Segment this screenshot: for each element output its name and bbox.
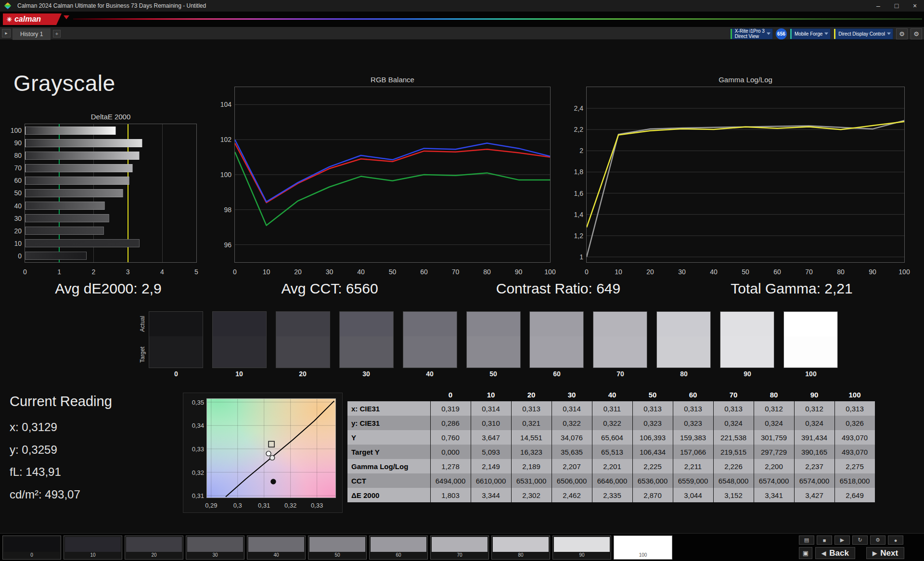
deltae-bar xyxy=(25,189,123,197)
pattern-level-label: 100 xyxy=(615,552,671,558)
pattern-window-button[interactable]: ▣ xyxy=(799,547,812,559)
table-cell: 65,513 xyxy=(592,445,632,459)
tab-history-1[interactable]: History 1 xyxy=(13,28,51,40)
target-patch xyxy=(657,336,710,368)
pattern-level-label: 60 xyxy=(371,552,426,558)
table-row: Gamma Log/Log1,2782,1492,1892,2072,2012,… xyxy=(347,459,875,473)
add-tab-icon[interactable]: + xyxy=(53,30,61,38)
main-menu-dropdown-icon[interactable] xyxy=(64,15,69,19)
reading-x: x: 0,3129 xyxy=(10,421,57,434)
avg-de2000-stat: Avg dE2000: 2,9 xyxy=(19,280,197,297)
target-patch xyxy=(784,336,837,368)
pattern-level-button[interactable]: 10 xyxy=(64,536,122,560)
avg-cct-stat: Avg CCT: 6560 xyxy=(236,280,424,297)
pattern-level-button[interactable]: 50 xyxy=(308,536,367,560)
gray-level-label: 10 xyxy=(235,370,243,378)
row-label: x: CIE31 xyxy=(347,401,430,416)
deltae-bar xyxy=(25,214,109,222)
next-button[interactable]: ▶ Next xyxy=(866,547,904,559)
pattern-level-label: 80 xyxy=(493,552,549,558)
close-icon[interactable]: × xyxy=(906,0,924,12)
reading-cdm2: cd/m²: 493,07 xyxy=(10,488,80,501)
axis-tick-label: 90 xyxy=(0,139,22,147)
actual-patch xyxy=(530,312,583,336)
brand-bar: ✳ calman xyxy=(0,12,924,27)
table-cell: 390,165 xyxy=(794,445,834,459)
pattern-level-button[interactable]: 80 xyxy=(491,536,550,560)
footer-control-button[interactable]: ↻ xyxy=(852,536,868,545)
calman-app-window: Calman 2024 Calman Ultimate for Business… xyxy=(0,0,924,561)
meter-select-button[interactable]: X-Rite i1Pro 3 Direct View xyxy=(730,28,773,39)
chart-title: Gamma Log/Log xyxy=(719,76,772,84)
axis-tick-label: 60 xyxy=(773,268,781,276)
axis-tick-label: 2,2 xyxy=(562,126,583,133)
pattern-level-button[interactable]: 20 xyxy=(125,536,183,560)
table-cell: 0,324 xyxy=(713,416,754,430)
reading-fl: fL: 143,91 xyxy=(10,465,61,479)
target-patch xyxy=(149,336,203,368)
pattern-level-button[interactable]: 60 xyxy=(369,536,428,560)
table-cell: 0,324 xyxy=(794,416,834,430)
history-panel-arrow-icon[interactable]: ▸ xyxy=(2,29,11,38)
table-cell: 6559,000 xyxy=(673,473,713,488)
column-header: 60 xyxy=(673,388,713,401)
table-cell: 6494,000 xyxy=(430,473,471,488)
pattern-level-button[interactable]: 70 xyxy=(430,536,489,560)
minimize-icon[interactable]: – xyxy=(869,0,887,12)
axis-tick-label: 0,33 xyxy=(311,502,323,509)
pattern-level-button[interactable]: 40 xyxy=(247,536,306,560)
window-controls: – □ × xyxy=(869,0,924,12)
axis-tick-label: 80 xyxy=(483,268,491,276)
table-cell: 3,044 xyxy=(673,488,713,502)
pattern-source-button[interactable]: Mobile Forge xyxy=(790,28,831,39)
table-cell: 159,383 xyxy=(673,430,713,445)
axis-tick-label: 2 xyxy=(91,268,95,276)
calman-logo[interactable]: ✳ calman xyxy=(3,13,62,25)
axis-tick-label: 100 xyxy=(210,171,231,178)
gray-patch xyxy=(466,311,521,368)
client-settings-button[interactable]: ⚙ xyxy=(911,28,922,39)
footer-control-button[interactable]: ▤ xyxy=(799,536,814,545)
footer-control-button[interactable]: ▶ xyxy=(834,536,850,545)
contrast-ratio-stat: Contrast Ratio: 649 xyxy=(462,280,654,297)
table-cell: 0,286 xyxy=(430,416,471,430)
back-button[interactable]: ◀ Back xyxy=(815,547,855,559)
pattern-level-label: 40 xyxy=(248,552,304,558)
axis-tick-label: 102 xyxy=(210,136,231,143)
footer-control-button[interactable]: ● xyxy=(888,536,903,545)
display-control-button[interactable]: Direct Display Control xyxy=(834,28,893,39)
table-cell: 2,207 xyxy=(552,459,592,473)
axis-tick-label: 1,2 xyxy=(562,232,583,240)
table-cell: 0,313 xyxy=(713,401,754,416)
table-cell: 0,322 xyxy=(552,416,592,430)
gray-patch xyxy=(783,311,838,368)
maximize-icon[interactable]: □ xyxy=(887,0,906,12)
column-header: 90 xyxy=(794,388,834,401)
table-cell: 0,312 xyxy=(754,401,794,416)
settings-button[interactable]: ⚙ xyxy=(896,28,908,39)
deltae-bar xyxy=(25,202,105,210)
pattern-level-button[interactable]: 0 xyxy=(2,536,61,560)
green-series-line xyxy=(235,152,550,226)
axis-tick-label: 50 xyxy=(0,189,22,197)
table-cell: 2,149 xyxy=(471,459,511,473)
row-label: y: CIE31 xyxy=(347,416,430,430)
pattern-color-swatch xyxy=(187,537,243,552)
pattern-level-button[interactable]: 30 xyxy=(186,536,244,560)
pattern-level-button[interactable]: 100 xyxy=(614,536,672,560)
logo-text: calman xyxy=(14,15,41,24)
table-cell: 2,335 xyxy=(592,488,632,502)
deltae-bar xyxy=(25,164,133,172)
footer-control-button[interactable]: ■ xyxy=(817,536,832,545)
axis-tick-label: 2,4 xyxy=(562,104,583,112)
table-cell: 0,313 xyxy=(834,401,875,416)
pattern-level-button[interactable]: 90 xyxy=(552,536,611,560)
table-cell: 6548,000 xyxy=(713,473,754,488)
table-cell: 2,237 xyxy=(794,459,834,473)
reading-y: y: 0,3259 xyxy=(10,443,57,457)
column-header: 20 xyxy=(511,388,552,401)
pattern-color-swatch xyxy=(615,537,671,552)
session-count-badge[interactable]: 656 xyxy=(776,28,787,39)
back-arrow-icon: ◀ xyxy=(821,550,826,557)
footer-control-button[interactable]: ⚙ xyxy=(870,536,886,545)
